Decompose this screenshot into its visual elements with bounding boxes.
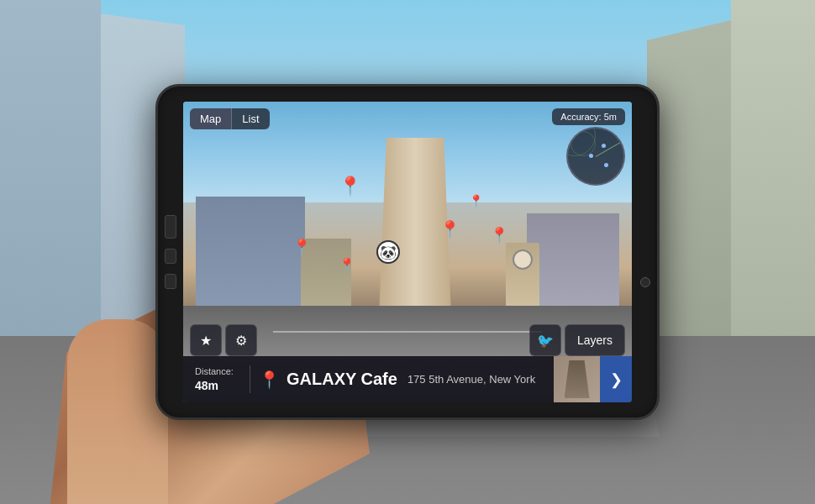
next-button[interactable]: ❯ — [600, 356, 632, 402]
tablet-device: SAMSUNG 📍 📍 📍 📍 📍 📍 🐼 — [155, 84, 660, 420]
map-toggle-button[interactable]: Map — [190, 108, 232, 129]
thumb — [67, 319, 168, 504]
star-icon: ★ — [200, 333, 212, 349]
accuracy-badge: Accuracy: 5m — [552, 108, 625, 125]
favorite-button[interactable]: ★ — [190, 324, 222, 356]
map-pin-blue-5[interactable]: 📍 — [469, 194, 483, 207]
tablet-screen: 📍 📍 📍 📍 📍 📍 🐼 Map List Accuracy: 5m — [183, 102, 632, 402]
tablet-button-1[interactable] — [165, 215, 176, 239]
chevron-right-icon: ❯ — [610, 370, 623, 389]
tablet-side-buttons — [165, 215, 176, 289]
bird-icon: 🐦 — [537, 333, 554, 349]
tablet-button-3[interactable] — [165, 274, 176, 289]
distance-label: Distance: — [195, 365, 238, 377]
tablet-button-right[interactable] — [640, 277, 650, 287]
place-thumbnail — [554, 356, 600, 402]
bird-button[interactable]: 🐦 — [529, 324, 561, 356]
settings-button[interactable]: ⚙ — [225, 324, 257, 356]
top-bar: Map List Accuracy: 5m — [190, 108, 625, 129]
clock-tower — [506, 243, 539, 310]
map-pin-red-main[interactable]: 📍 — [339, 176, 361, 197]
right-control-buttons: 🐦 Layers — [529, 324, 625, 356]
distance-value: 48m — [195, 378, 238, 393]
map-pin-blue-1[interactable]: 📍 — [292, 238, 311, 256]
thumb-building-shape — [565, 360, 590, 398]
place-address: 175 5th Avenue, New York — [408, 373, 535, 386]
layers-label: Layers — [577, 333, 613, 347]
map-pin-blue-4[interactable]: 📍 — [490, 226, 508, 244]
gear-icon: ⚙ — [235, 333, 247, 349]
map-pin-blue-3[interactable]: 📍 — [439, 219, 460, 239]
clock-face — [513, 249, 533, 270]
place-name: GALAXY Cafe — [287, 370, 397, 389]
place-info[interactable]: 📍 GALAXY Cafe 175 5th Avenue, New York — [250, 370, 554, 390]
radar-widget — [566, 127, 625, 186]
view-toggle[interactable]: Map List — [190, 108, 270, 129]
radar-inner-ring — [570, 131, 596, 156]
place-pin-icon: 📍 — [259, 370, 280, 390]
radar-dot-3 — [604, 163, 608, 167]
radar-sweep-line — [596, 143, 620, 157]
radar-dot-2 — [589, 154, 593, 158]
map-pin-blue-2[interactable]: 📍 — [339, 257, 355, 273]
panda-mascot-icon: 🐼 — [376, 240, 400, 264]
distance-box: Distance: 48m — [183, 365, 250, 392]
left-control-buttons: ★ ⚙ — [190, 324, 257, 356]
layers-button[interactable]: Layers — [565, 324, 625, 356]
radar-dot-1 — [602, 144, 606, 148]
bottom-controls: ★ ⚙ 🐦 Layers — [190, 324, 625, 356]
info-bar: Distance: 48m 📍 GALAXY Cafe 175 5th Aven… — [183, 356, 632, 402]
list-toggle-button[interactable]: List — [232, 108, 269, 129]
tablet-button-2[interactable] — [165, 249, 176, 264]
